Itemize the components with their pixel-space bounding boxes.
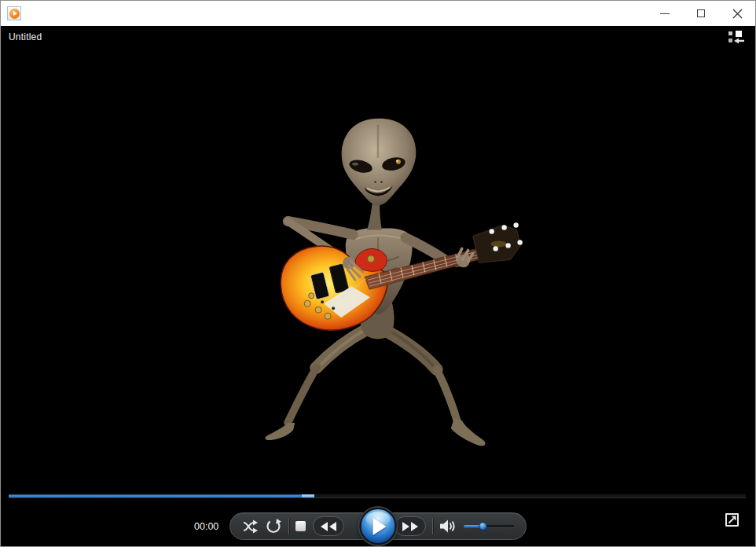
shuffle-icon	[242, 519, 259, 534]
maximize-button[interactable]	[683, 1, 719, 26]
rewind-icon	[320, 522, 337, 531]
volume-icon	[440, 519, 457, 533]
caption-buttons	[647, 1, 755, 26]
switch-to-fullscreen-icon	[728, 516, 736, 524]
alien-head	[342, 119, 417, 230]
volume-slider[interactable]	[464, 522, 514, 530]
wmp-window: Untitled	[0, 0, 756, 547]
volume-track	[464, 525, 514, 527]
wmp-logo-icon	[7, 6, 21, 20]
maximize-icon	[697, 9, 705, 17]
shuffle-button[interactable]	[242, 519, 259, 534]
divider	[432, 519, 433, 534]
fast-forward-button[interactable]	[395, 516, 426, 536]
elapsed-time: 00:00	[194, 521, 218, 532]
minimize-icon	[660, 13, 670, 14]
close-button[interactable]	[719, 1, 755, 26]
divider	[288, 519, 289, 534]
fast-forward-icon	[402, 522, 419, 531]
stop-icon	[295, 521, 306, 531]
video-frame-alien-guitarist	[1, 26, 755, 547]
transport-controls	[229, 512, 527, 540]
mute-button[interactable]	[440, 519, 457, 533]
repeat-button[interactable]	[266, 519, 281, 534]
titlebar[interactable]	[1, 1, 755, 26]
fullscreen-button[interactable]	[725, 513, 739, 527]
stop-button[interactable]	[295, 521, 306, 531]
seek-bar[interactable]	[9, 494, 746, 498]
rewind-button[interactable]	[313, 516, 344, 536]
minimize-button[interactable]	[647, 1, 683, 26]
seek-progress-edge	[302, 494, 314, 497]
play-icon	[373, 518, 387, 535]
alien-legs	[266, 327, 486, 446]
seek-progress-fill	[9, 494, 314, 497]
repeat-icon	[266, 519, 281, 534]
video-area[interactable]: Untitled	[1, 26, 755, 546]
play-button[interactable]	[360, 508, 397, 545]
volume-thumb[interactable]	[479, 522, 487, 530]
close-icon	[732, 9, 743, 19]
